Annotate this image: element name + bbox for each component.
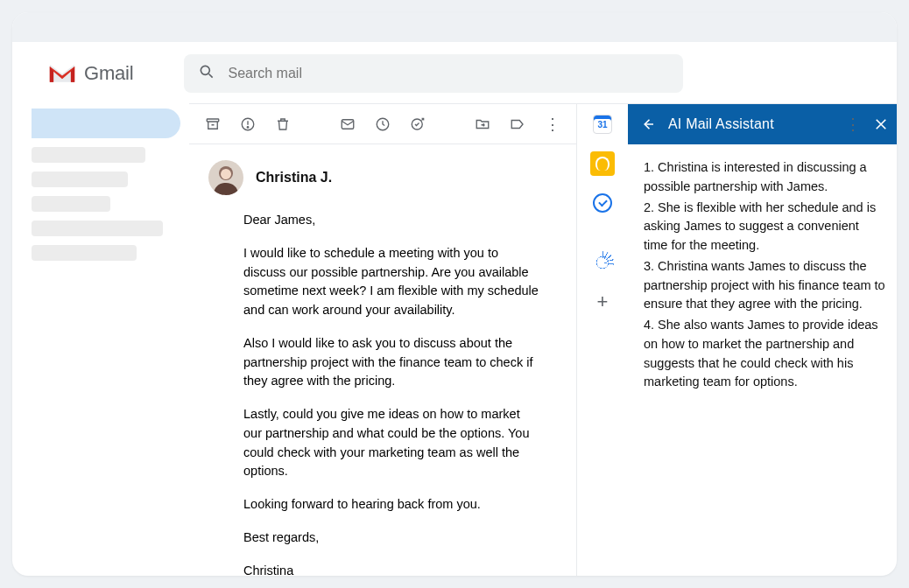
- app-frame: Gmail: [12, 12, 897, 576]
- window-topband: [12, 12, 897, 42]
- email-closing: Best regards,: [243, 528, 541, 548]
- email-greeting: Dear James,: [243, 211, 541, 230]
- delete-icon[interactable]: [275, 116, 291, 132]
- summary-line: 2. She is flexible with her schedule and…: [644, 199, 885, 256]
- tasks-icon[interactable]: [593, 193, 612, 213]
- report-spam-icon[interactable]: [240, 116, 256, 132]
- email-paragraph: I would like to schedule a meeting with …: [243, 244, 541, 320]
- move-to-icon[interactable]: [475, 116, 490, 132]
- mail-toolbar: ⋮: [189, 104, 576, 144]
- search-icon: [198, 63, 215, 84]
- search-bar[interactable]: [184, 54, 683, 93]
- assistant-title: AI Mail Assistant: [668, 116, 774, 132]
- gmail-m-icon: [47, 62, 77, 85]
- svg-rect-2: [207, 119, 219, 122]
- assistant-header: AI Mail Assistant ⋮: [628, 104, 897, 144]
- summary-line: 4. She also wants James to provide ideas…: [644, 316, 885, 392]
- archive-icon[interactable]: [205, 116, 221, 132]
- svg-point-10: [221, 169, 231, 179]
- svg-line-1: [209, 74, 213, 78]
- mark-unread-icon[interactable]: [340, 116, 356, 132]
- contacts-icon[interactable]: [592, 230, 613, 234]
- sender-row: Christina J.: [208, 160, 557, 195]
- side-rail: 31 +: [577, 104, 628, 576]
- header: Gmail: [12, 42, 897, 103]
- avatar[interactable]: [208, 160, 243, 195]
- sidebar-item[interactable]: [32, 245, 137, 261]
- close-icon[interactable]: [873, 116, 889, 132]
- snooze-icon[interactable]: [375, 116, 391, 132]
- content: ⋮ Christina J. Dear James, I would like …: [189, 103, 897, 576]
- gmail-text: Gmail: [84, 62, 133, 85]
- keep-icon[interactable]: [590, 151, 615, 176]
- sidebar-item[interactable]: [32, 147, 145, 163]
- email-paragraph: Lastly, could you give me ideas on how t…: [243, 405, 541, 481]
- sidebar-item-primary[interactable]: [32, 108, 180, 138]
- gmail-logo[interactable]: Gmail: [47, 62, 133, 85]
- add-to-tasks-icon[interactable]: [410, 116, 426, 132]
- more-icon[interactable]: ⋮: [545, 116, 560, 132]
- email-paragraph: Looking forward to hearing back from you…: [243, 495, 541, 514]
- mail-column: ⋮ Christina J. Dear James, I would like …: [189, 104, 577, 576]
- email-paragraph: Also I would like to ask you to discuss …: [243, 334, 541, 391]
- main: ⋮ Christina J. Dear James, I would like …: [12, 103, 897, 576]
- assistant-summary: 1. Christina is interested in discussing…: [628, 144, 897, 408]
- sidebar-item[interactable]: [32, 172, 128, 187]
- add-addon-icon[interactable]: +: [592, 291, 613, 312]
- email-signature: Christina: [243, 562, 541, 577]
- summary-line: 1. Christina is interested in discussing…: [644, 158, 885, 197]
- labels-icon[interactable]: [510, 116, 525, 132]
- calendar-icon[interactable]: 31: [593, 115, 612, 134]
- search-input[interactable]: [228, 66, 669, 81]
- svg-point-5: [247, 126, 249, 128]
- assistant-more-icon[interactable]: ⋮: [845, 115, 861, 134]
- svg-point-0: [201, 66, 210, 74]
- mail-body: Christina J. Dear James, I would like to…: [189, 144, 576, 576]
- back-icon[interactable]: [640, 116, 656, 132]
- sender-name: Christina J.: [256, 167, 332, 188]
- sidebar: [12, 103, 189, 576]
- summary-line: 3. Christina wants James to discuss the …: [644, 257, 885, 314]
- assistant-panel: AI Mail Assistant ⋮ 1. Christina is inte…: [628, 104, 897, 576]
- addon-icon[interactable]: [591, 251, 614, 274]
- sidebar-item[interactable]: [32, 196, 110, 212]
- sidebar-item[interactable]: [32, 220, 163, 236]
